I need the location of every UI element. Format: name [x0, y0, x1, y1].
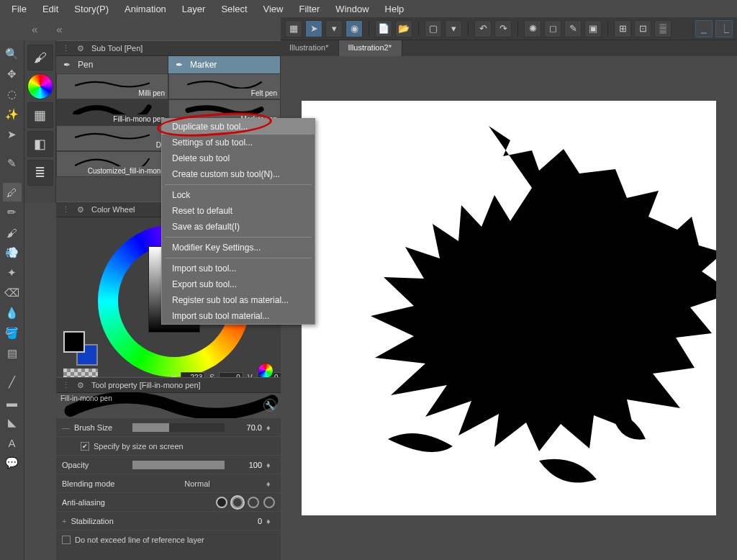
layers-icon[interactable]: ≣: [27, 160, 53, 186]
stepper-icon[interactable]: ♦: [266, 423, 275, 432]
context-menu-item[interactable]: Import sub tool...: [162, 261, 315, 276]
move-tool-icon[interactable]: ✥: [3, 65, 22, 83]
transform-icon[interactable]: ▣: [584, 20, 602, 37]
balloon-tool-icon[interactable]: 💬: [3, 453, 22, 472]
blend-tool-icon[interactable]: 💧: [3, 304, 22, 322]
dropdown-icon[interactable]: ♦: [266, 479, 275, 488]
fill-tool-icon[interactable]: 🪣: [3, 324, 22, 343]
pen-tool-icon[interactable]: 🖊: [3, 183, 22, 202]
new-file-icon[interactable]: 📄: [375, 20, 392, 37]
drag-handle-icon[interactable]: ⋮: [62, 44, 70, 53]
menu-animation[interactable]: Animation: [117, 1, 173, 17]
undo-icon[interactable]: ↶: [474, 20, 492, 37]
brush-preset[interactable]: Fill-in-mono pen: [56, 99, 168, 125]
dropdown-icon[interactable]: ▾: [325, 20, 343, 37]
select-icon[interactable]: ◻: [544, 20, 561, 37]
aa-option[interactable]: [232, 497, 243, 508]
document-tab[interactable]: Illustration2*: [339, 40, 402, 56]
brush-preset[interactable]: Milli pen: [56, 73, 168, 99]
wand-tool-icon[interactable]: ✨: [3, 105, 22, 124]
stepper-icon[interactable]: ♦: [266, 461, 275, 469]
foreground-swatch[interactable]: [63, 331, 85, 353]
lasso-tool-icon[interactable]: ◌: [3, 85, 22, 104]
grid-icon[interactable]: ▦: [285, 20, 302, 37]
drag-handle-icon[interactable]: ⋮: [62, 205, 70, 214]
antialias-options[interactable]: [216, 497, 275, 508]
aa-option[interactable]: [248, 497, 259, 508]
context-menu-item[interactable]: Save as default(I): [162, 219, 315, 235]
eyedropper-tool-icon[interactable]: ✎: [3, 154, 22, 173]
open-folder-icon[interactable]: 📂: [395, 20, 412, 37]
pencil-tool-icon[interactable]: ✏: [3, 203, 22, 222]
menu-storyp[interactable]: Story(P): [67, 1, 116, 17]
snap-icon[interactable]: ⊞: [614, 20, 631, 37]
opacity-slider[interactable]: [132, 461, 225, 469]
deco-tool-icon[interactable]: ✦: [3, 263, 22, 282]
dropdown-icon[interactable]: ▾: [445, 20, 462, 37]
line-tool-icon[interactable]: ╱: [3, 373, 22, 392]
shape-tool-icon[interactable]: ▬: [3, 393, 22, 412]
drag-handle-icon[interactable]: ⋮: [62, 381, 70, 390]
menu-window[interactable]: Window: [328, 1, 376, 17]
eraser-tool-icon[interactable]: ⌫: [3, 284, 22, 302]
specify-size-checkbox[interactable]: ✔: [81, 442, 89, 451]
arrow-tool-icon[interactable]: ➤: [3, 125, 22, 144]
gear-icon[interactable]: ⚙: [76, 204, 86, 214]
menu-help[interactable]: Help: [378, 1, 412, 17]
sun-icon[interactable]: ✺: [524, 20, 541, 37]
canvas[interactable]: [302, 101, 716, 515]
gear-icon[interactable]: ⚙: [76, 380, 86, 390]
menu-edit[interactable]: Edit: [35, 1, 65, 17]
context-menu-item[interactable]: Settings of sub tool...: [162, 135, 315, 150]
ruler-tool-icon[interactable]: ◣: [3, 413, 22, 432]
brush-preset[interactable]: Felt pen: [168, 73, 281, 99]
aa-option[interactable]: [216, 497, 227, 508]
menu-select[interactable]: Select: [214, 1, 254, 17]
brush-preset[interactable]: Dc: [56, 125, 168, 151]
document-tab[interactable]: Illustration*: [281, 40, 339, 56]
blending-value[interactable]: Normal: [132, 479, 262, 488]
context-menu-item[interactable]: Modifier Key Settings...: [162, 240, 315, 256]
aa-option[interactable]: [263, 497, 275, 508]
redo-icon[interactable]: ↷: [494, 20, 512, 37]
subtool-tab-marker[interactable]: ✒Marker: [168, 56, 281, 73]
palette-icon[interactable]: ▦: [27, 102, 53, 128]
arrow-tool-icon[interactable]: ➤: [305, 20, 322, 37]
swirl-icon[interactable]: ◉: [345, 20, 363, 37]
brush-tool-icon[interactable]: 🖌: [3, 223, 22, 242]
context-menu-item[interactable]: Duplicate sub tool...: [162, 119, 315, 135]
brush-preset[interactable]: Customized_fill-in-mono: [56, 151, 168, 177]
menu-filter[interactable]: Filter: [291, 1, 327, 17]
menu-layer[interactable]: Layer: [175, 1, 213, 17]
wrench-icon[interactable]: 🔧: [263, 399, 276, 412]
text-tool-icon[interactable]: A: [3, 433, 22, 452]
noexceed-checkbox[interactable]: [62, 536, 71, 544]
collapse-icon[interactable]: «: [56, 23, 62, 35]
context-menu-item[interactable]: Create custom sub tool(N)...: [162, 166, 315, 182]
subtool-tab-pen[interactable]: ✒Pen: [56, 56, 168, 73]
snap-icon[interactable]: ⊡: [634, 20, 651, 37]
snap-icon[interactable]: ▒: [654, 20, 672, 37]
brush-size-slider[interactable]: [132, 423, 225, 432]
context-menu-item[interactable]: Import sub tool material...: [162, 308, 315, 324]
eraser-icon[interactable]: ✎: [564, 20, 582, 37]
context-menu-item[interactable]: Reset to default: [162, 203, 315, 219]
page-icon[interactable]: ▢: [425, 20, 442, 37]
context-menu-item[interactable]: Lock: [162, 187, 315, 203]
airbrush-tool-icon[interactable]: 💨: [3, 243, 22, 262]
color-circle-icon[interactable]: [27, 73, 53, 99]
context-menu-item[interactable]: Delete sub tool: [162, 150, 315, 166]
gradient-tool-icon[interactable]: ▤: [3, 344, 22, 363]
menu-view[interactable]: View: [256, 1, 291, 17]
brush-group-icon[interactable]: 🖌: [27, 45, 53, 71]
gear-icon[interactable]: ⚙: [76, 43, 86, 53]
collapse-icon[interactable]: «: [32, 23, 37, 35]
menu-file[interactable]: File: [4, 1, 34, 17]
mini-wheel-icon[interactable]: [258, 363, 273, 379]
context-menu-item[interactable]: Export sub tool...: [162, 276, 315, 292]
zoom-tool-icon[interactable]: 🔍: [3, 45, 22, 63]
context-menu-item[interactable]: Register sub tool as material...: [162, 292, 315, 308]
accent-btn[interactable]: ⎯: [695, 20, 713, 37]
accent-btn[interactable]: ⎿: [715, 20, 733, 37]
swatch-icon[interactable]: ◧: [27, 131, 53, 157]
